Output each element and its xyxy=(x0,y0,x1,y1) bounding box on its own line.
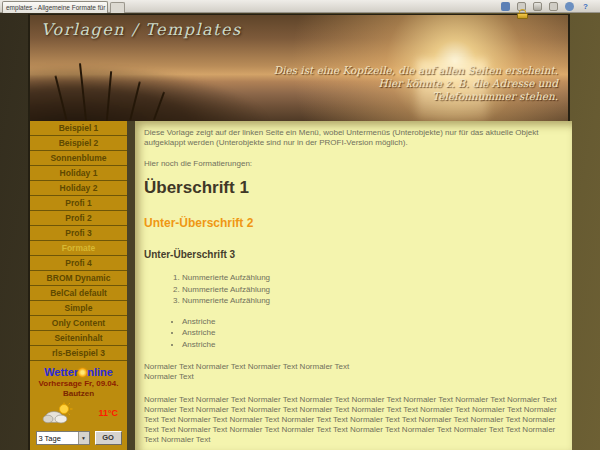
normal-text-long: Normaler Text Normaler Text Normaler Tex… xyxy=(144,395,560,445)
sidebar-item-beispiel-2[interactable]: Beispiel 2 xyxy=(30,136,127,151)
weather-widget: Wetternline Vorhersage Fr, 09.04. Bautze… xyxy=(30,366,127,445)
lock-icon[interactable] xyxy=(517,9,528,19)
heading-3: Unter-Überschrift 3 xyxy=(144,249,560,260)
sidebar-item-profi-3[interactable]: Profi 3 xyxy=(30,226,127,241)
browser-tab[interactable]: emplates - Allgemeine Formate für Texte … xyxy=(2,1,108,13)
sidebar-item-brom-dynamic[interactable]: BROM Dynamic xyxy=(30,271,127,286)
numbered-list: Nummerierte Aufzählung Nummerierte Aufzä… xyxy=(182,272,560,307)
browser-toolbar: ? xyxy=(501,2,590,11)
sidebar-item-rls-beispiel-3[interactable]: rls-Beispiel 3 xyxy=(30,346,127,361)
sidebar-item-beispiel-1[interactable]: Beispiel 1 xyxy=(30,121,127,136)
body-row: Beispiel 1 Beispiel 2 Sonnenblume Holida… xyxy=(30,121,568,450)
list-item: Nummerierte Aufzählung xyxy=(182,272,560,284)
sidebar-menu: Beispiel 1 Beispiel 2 Sonnenblume Holida… xyxy=(30,121,127,450)
sidebar-item-only-content[interactable]: Only Content xyxy=(30,316,127,331)
sidebar-item-profi-2[interactable]: Profi 2 xyxy=(30,211,127,226)
toolbar-icon[interactable] xyxy=(549,2,558,11)
sidebar-item-formate[interactable]: Formate xyxy=(30,241,127,256)
intro-paragraph: Diese Vorlage zeigt auf der linken Seite… xyxy=(144,128,560,148)
site-title: Vorlagen / Templates xyxy=(41,20,242,39)
toolbar-icon[interactable] xyxy=(533,2,542,11)
browser-tab-bar: emplates - Allgemeine Formate für Texte … xyxy=(0,0,600,13)
sun-icon xyxy=(78,368,87,377)
temperature-value: 11°C xyxy=(98,408,118,418)
sidebar-item-holiday-2[interactable]: Holiday 2 xyxy=(30,181,127,196)
chevron-down-icon[interactable]: ▼ xyxy=(78,432,89,444)
help-icon[interactable]: ? xyxy=(581,2,590,11)
main-content: Diese Vorlage zeigt auf der linken Seite… xyxy=(135,121,572,450)
caption-line: Dies ist eine Kopfzeile, die auf allen S… xyxy=(274,64,558,77)
sidebar-item-simple[interactable]: Simple xyxy=(30,301,127,316)
list-item: Anstriche xyxy=(182,327,560,339)
sidebar-item-profi-1[interactable]: Profi 1 xyxy=(30,196,127,211)
site-container: Vorlagen / Templates Dies ist eine Kopfz… xyxy=(28,14,570,450)
list-item: Anstriche xyxy=(182,316,560,328)
browser-tab-stub[interactable] xyxy=(110,2,125,13)
forecast-range-select[interactable]: 3 Tage ▼ xyxy=(36,431,90,445)
toolbar-icon[interactable] xyxy=(565,2,574,11)
go-button[interactable]: GO xyxy=(95,431,122,445)
toolbar-icon[interactable] xyxy=(501,2,510,11)
heading-2: Unter-Überschrift 2 xyxy=(144,217,560,230)
wetteronline-logo[interactable]: Wetternline xyxy=(30,366,127,378)
sidebar-item-sonnenblume[interactable]: Sonnenblume xyxy=(30,151,127,166)
heading-1: Überschrift 1 xyxy=(144,179,560,197)
sidebar-item-holiday-1[interactable]: Holiday 1 xyxy=(30,166,127,181)
normal-text-short: Normaler Text Normaler Text Normaler Tex… xyxy=(144,362,560,382)
caption-line: Telefonnummer stehen. xyxy=(274,90,558,103)
list-item: Anstriche xyxy=(182,339,560,351)
forecast-label: Vorhersage Fr, 09.04. xyxy=(30,379,127,389)
list-item: Nummerierte Aufzählung xyxy=(182,284,560,296)
sidebar-item-belcal-default[interactable]: BelCal default xyxy=(30,286,127,301)
bullet-list: Anstriche Anstriche Anstriche xyxy=(182,316,560,351)
sidebar-item-seiteninhalt[interactable]: Seiteninhalt xyxy=(30,331,127,346)
partly-cloudy-icon xyxy=(42,402,74,424)
header-image: Vorlagen / Templates Dies ist eine Kopfz… xyxy=(30,15,568,121)
formats-label: Hier noch die Formatierungen: xyxy=(144,159,560,169)
caption-line: Hier könnte z. B. die Adresse und xyxy=(274,77,558,90)
forecast-city: Bautzen xyxy=(30,389,127,399)
sidebar-item-profi-4[interactable]: Profi 4 xyxy=(30,256,127,271)
header-caption: Dies ist eine Kopfzeile, die auf allen S… xyxy=(274,64,558,103)
list-item: Nummerierte Aufzählung xyxy=(182,295,560,307)
